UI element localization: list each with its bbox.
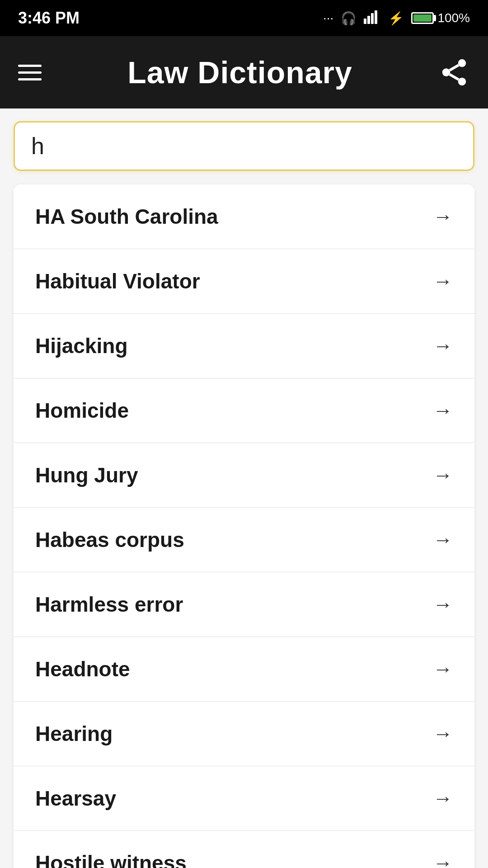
app-title: Law Dictionary bbox=[127, 55, 352, 90]
search-input[interactable] bbox=[14, 121, 474, 171]
battery-container: 100% bbox=[411, 11, 470, 25]
list-item[interactable]: Hearing→ bbox=[14, 702, 474, 766]
list-item-label: HA South Carolina bbox=[35, 204, 218, 229]
list-item[interactable]: Hung Jury→ bbox=[14, 443, 474, 508]
list-item[interactable]: Homicide→ bbox=[14, 378, 474, 443]
list-item[interactable]: Harmless error→ bbox=[14, 572, 474, 637]
svg-rect-1 bbox=[367, 16, 370, 24]
arrow-icon: → bbox=[433, 852, 453, 868]
svg-rect-3 bbox=[375, 10, 377, 24]
share-button[interactable] bbox=[438, 57, 470, 88]
svg-line-8 bbox=[450, 65, 459, 71]
arrow-icon: → bbox=[433, 787, 453, 810]
list-item-label: Hearing bbox=[35, 722, 113, 746]
headphones-icon: 🎧 bbox=[341, 11, 357, 26]
search-container bbox=[0, 108, 488, 180]
list-item[interactable]: Habeas corpus→ bbox=[14, 508, 474, 572]
arrow-icon: → bbox=[433, 528, 453, 551]
app-header: Law Dictionary bbox=[0, 36, 488, 108]
svg-rect-0 bbox=[364, 19, 366, 24]
charging-icon: ⚡ bbox=[388, 11, 404, 26]
battery-bar bbox=[411, 12, 434, 24]
svg-point-5 bbox=[442, 68, 450, 76]
arrow-icon: → bbox=[433, 270, 453, 292]
svg-point-4 bbox=[458, 59, 466, 67]
arrow-icon: → bbox=[433, 399, 453, 422]
signal-icon bbox=[364, 9, 381, 27]
svg-line-7 bbox=[450, 74, 459, 80]
list-item[interactable]: HA South Carolina→ bbox=[14, 184, 474, 249]
list-item-label: Hostile witness bbox=[35, 851, 187, 868]
arrow-icon: → bbox=[433, 464, 453, 486]
status-time: 3:46 PM bbox=[18, 9, 80, 28]
list-item-label: Habeas corpus bbox=[35, 528, 184, 552]
svg-point-6 bbox=[458, 78, 466, 85]
battery-fill bbox=[413, 14, 432, 22]
svg-rect-2 bbox=[371, 13, 374, 24]
arrow-icon: → bbox=[433, 593, 453, 616]
list-item[interactable]: Headnote→ bbox=[14, 637, 474, 702]
arrow-icon: → bbox=[433, 205, 453, 228]
list-item-label: Habitual Violator bbox=[35, 269, 200, 293]
arrow-icon: → bbox=[433, 722, 453, 745]
battery-percent: 100% bbox=[437, 11, 470, 25]
menu-button[interactable] bbox=[18, 65, 42, 80]
list-item[interactable]: Hearsay→ bbox=[14, 766, 474, 831]
status-bar: 3:46 PM ··· 🎧 ⚡ 100% bbox=[0, 0, 488, 36]
list-item-label: Harmless error bbox=[35, 592, 183, 617]
list-item-label: Headnote bbox=[35, 657, 130, 681]
status-icons: ··· 🎧 ⚡ 100% bbox=[323, 9, 470, 27]
list-item[interactable]: Hostile witness→ bbox=[14, 831, 474, 868]
arrow-icon: → bbox=[433, 658, 453, 680]
list-item-label: Hung Jury bbox=[35, 463, 138, 487]
list-item-label: Hearsay bbox=[35, 786, 116, 811]
list-item[interactable]: Hijacking→ bbox=[14, 314, 474, 378]
dictionary-list: HA South Carolina→Habitual Violator→Hija… bbox=[14, 184, 474, 868]
arrow-icon: → bbox=[433, 335, 453, 357]
list-item-label: Hijacking bbox=[35, 334, 128, 358]
dots-icon: ··· bbox=[323, 11, 333, 25]
list-item[interactable]: Habitual Violator→ bbox=[14, 249, 474, 314]
list-item-label: Homicide bbox=[35, 398, 129, 423]
